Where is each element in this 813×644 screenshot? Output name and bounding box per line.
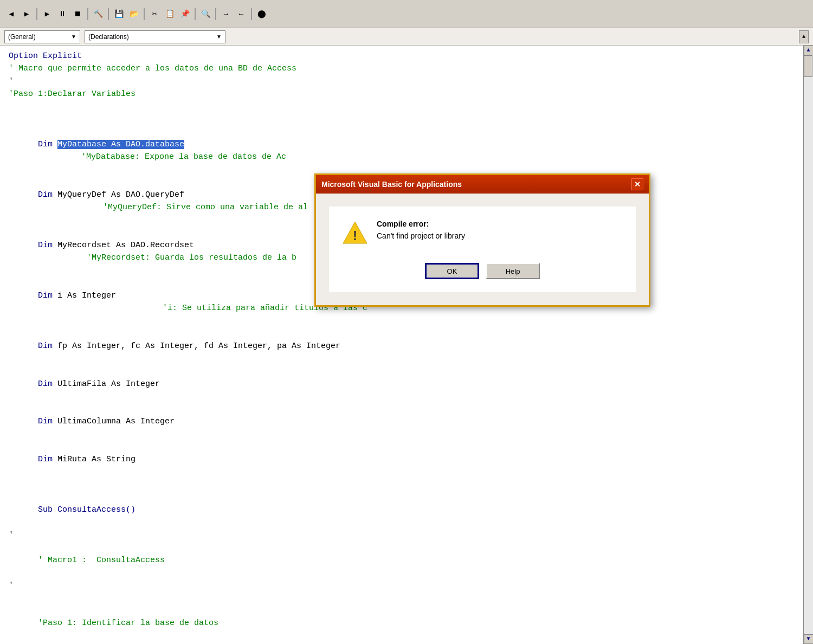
dialog-message: Compile error: Can't find project or lib… [377,220,465,240]
dialog-content: ! Compile error: Can't find project or l… [342,220,623,246]
code-line-11: Dim UltimaColumna As Integer [9,403,804,441]
toolbar-run-btn[interactable]: ▶ [40,7,54,21]
toolbar-sep-6 [215,8,216,20]
vba-error-dialog: Microsoft Visual Basic for Applications … [314,173,650,307]
dialog-title: Microsoft Visual Basic for Applications [321,180,462,189]
warning-icon: ! [342,220,368,246]
code-line-sub: Sub ConsultaAccess() [9,491,804,529]
toolbar-sep-2 [87,8,88,20]
dialog-buttons: OK Help [342,259,623,284]
code-line-empty-2 [9,592,804,604]
scope-dropdown[interactable]: (General) ▼ [4,30,80,43]
code-line-empty-1 [9,479,804,491]
toolbar-cut-btn[interactable]: ✂ [147,7,162,21]
toolbar-breakpoint-btn[interactable]: ⬤ [255,7,269,21]
code-line-2: ' Macro que permite acceder a los datos … [9,62,804,75]
toolbar-sep-7 [251,8,252,20]
dialog-ok-button[interactable]: OK [425,263,479,279]
scope-dropdown-arrow: ▼ [71,34,76,40]
code-line-12: Dim MiRuta As String [9,441,804,479]
dialog-titlebar: Microsoft Visual Basic for Applications … [316,175,649,194]
toolbar-outdent-btn[interactable]: ← [234,7,248,21]
procedure-dropdown-arrow: ▼ [216,34,222,40]
scrollbar-track[interactable] [804,55,813,634]
code-line-tick1: ' [9,529,804,542]
vba-editor: ◀ ▶ ▶ ⏸ ⏹ 🔨 💾 📂 ✂ 📋 📌 🔍 → ← ⬤ (General) … [0,0,813,644]
toolbar-design-btn[interactable]: 🔨 [91,7,105,21]
dropdowns-row: (General) ▼ (Declarations) ▼ ▲ [0,28,813,46]
toolbar-open-btn[interactable]: 📂 [127,7,141,21]
toolbar-sep-3 [108,8,109,20]
toolbar-sep-4 [144,8,145,20]
toolbar-paste-btn[interactable]: 📌 [178,7,192,21]
toolbar-copy-btn[interactable]: 📋 [163,7,177,21]
scrollbar-down-arrow[interactable]: ▼ [804,634,814,644]
procedure-dropdown-label: (Declarations) [88,33,129,41]
toolbar-fwd-btn[interactable]: ▶ [20,7,34,21]
vertical-scrollbar[interactable]: ▲ ▼ [803,46,813,644]
toolbar-indent-btn[interactable]: → [219,7,233,21]
dialog-close-button[interactable]: ✕ [631,178,643,190]
scrollbar-thumb[interactable] [804,55,812,77]
toolbar-stop-btn[interactable]: ⏹ [70,7,85,21]
scope-dropdown-label: (General) [8,33,36,41]
procedure-dropdown[interactable]: (Declarations) ▼ [85,30,225,43]
dialog-body: ! Compile error: Can't find project or l… [329,207,636,292]
error-detail: Can't find project or library [377,231,465,240]
svg-text:!: ! [353,228,357,243]
toolbar-sep-5 [195,8,196,20]
code-line-4: 'Paso 1:Declarar Variables [9,88,804,126]
error-title: Compile error: [377,220,465,228]
code-line-tick2: ' [9,579,804,592]
code-line-macro1: ' Macro1 : ConsultaAccess [9,542,804,579]
code-line-5: Dim MyDatabase As DAO.database 'MyDataba… [9,126,804,176]
toolbar-pause-btn[interactable]: ⏸ [55,7,69,21]
code-line-10: Dim UltimaFila As Integer [9,365,804,403]
scrollbar-up-arrow[interactable]: ▲ [804,46,814,55]
toolbar-sep-1 [36,8,37,20]
toolbar: ◀ ▶ ▶ ⏸ ⏹ 🔨 💾 📂 ✂ 📋 📌 🔍 → ← ⬤ [0,0,813,28]
code-line-9: Dim fp As Integer, fc As Integer, fd As … [9,327,804,365]
code-area[interactable]: Option Explicit ' Macro que permite acce… [0,46,813,644]
code-line-1: Option Explicit [9,50,804,62]
toolbar-back-btn[interactable]: ◀ [4,7,18,21]
code-line-paso1-comment: 'Paso 1: Identificar la base de datos [9,604,804,642]
toolbar-find-btn[interactable]: 🔍 [198,7,212,21]
code-line-3: ' [9,75,804,88]
scrollbar-up-btn[interactable]: ▲ [799,30,809,43]
dialog-help-button[interactable]: Help [486,263,540,279]
toolbar-save-btn[interactable]: 💾 [112,7,126,21]
